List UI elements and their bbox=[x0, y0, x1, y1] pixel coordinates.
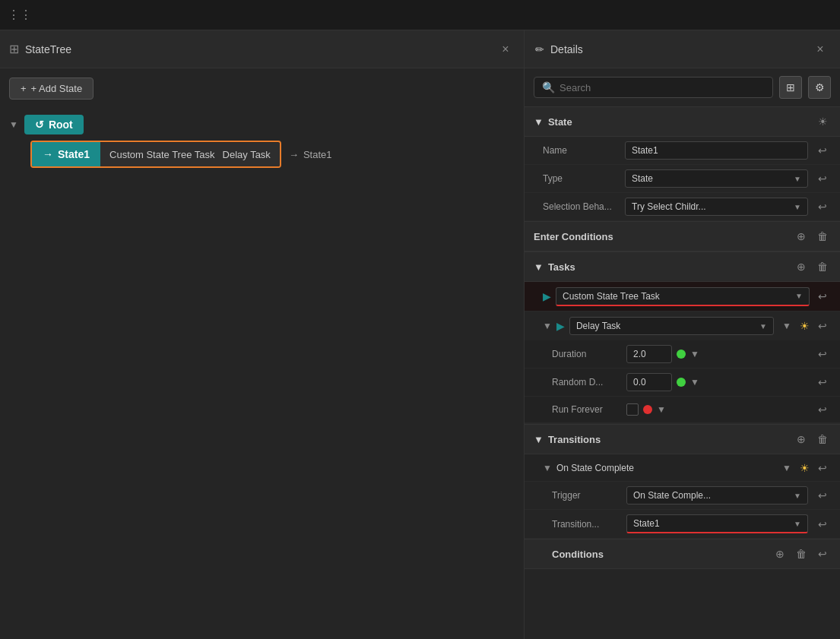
conditions-undo-button[interactable]: ↩ bbox=[814, 546, 831, 562]
state1-arrow-icon: → bbox=[43, 148, 53, 160]
duration-value-wrap: ▼ bbox=[626, 345, 808, 363]
custom-task-undo-button[interactable]: ↩ bbox=[814, 288, 831, 305]
type-undo-button[interactable]: ↩ bbox=[814, 170, 831, 187]
trigger-row: Trigger On State Comple... ▼ ↩ bbox=[525, 482, 840, 510]
duration-row: Duration ▼ ↩ bbox=[525, 340, 840, 369]
state-section-header[interactable]: ▼ State ☀ bbox=[525, 106, 840, 137]
random-d-undo-button[interactable]: ↩ bbox=[814, 374, 831, 391]
name-input[interactable] bbox=[625, 141, 808, 160]
state1-row: → State1 Custom State Tree Task Delay Ta… bbox=[30, 141, 515, 168]
name-undo-button[interactable]: ↩ bbox=[814, 142, 831, 159]
duration-label: Duration bbox=[552, 349, 620, 359]
delay-task-expand-chevron[interactable]: ▼ bbox=[543, 321, 552, 331]
enter-conditions-header[interactable]: Enter Conditions ⊕ 🗑 bbox=[525, 221, 840, 251]
type-select[interactable]: State ▼ bbox=[625, 169, 808, 188]
run-forever-undo-button[interactable]: ↩ bbox=[814, 401, 831, 418]
custom-task-select[interactable]: Custom State Tree Task ▼ bbox=[556, 287, 810, 306]
delay-task-chevron-icon: ▼ bbox=[759, 322, 767, 331]
delay-task-sun-icon: ☀ bbox=[800, 320, 810, 332]
selection-value-wrap: Try Select Childr... ▼ bbox=[625, 198, 808, 216]
random-d-expand[interactable]: ▼ bbox=[690, 377, 699, 388]
selection-select[interactable]: Try Select Childr... ▼ bbox=[625, 198, 808, 216]
transition-to-select[interactable]: State1 ▼ bbox=[626, 514, 808, 533]
type-select-value: State bbox=[632, 173, 653, 184]
transition-to-value: State1 bbox=[633, 518, 660, 529]
conditions-add-button[interactable]: ⊕ bbox=[772, 546, 788, 562]
grid-view-button[interactable]: ⊞ bbox=[779, 76, 802, 99]
transitions-section-header[interactable]: ▼ Transitions ⊕ 🗑 bbox=[525, 424, 840, 454]
delay-task-select[interactable]: Delay Task ▼ bbox=[569, 317, 774, 335]
right-panel: ✏ Details × 🔍 ⊞ ⚙ ▼ State ☀ bbox=[525, 30, 840, 639]
type-row: Type State ▼ ↩ bbox=[525, 165, 840, 193]
selection-behavior-row: Selection Beha... Try Select Childr... ▼… bbox=[525, 193, 840, 221]
state1-name: State1 bbox=[58, 148, 90, 160]
delay-task-expand-btn[interactable]: ▼ bbox=[778, 318, 795, 334]
top-bar: ⋮⋮ bbox=[0, 0, 840, 30]
transition-to-undo-button[interactable]: ↩ bbox=[814, 516, 831, 533]
on-state-complete-expand[interactable]: ▼ bbox=[778, 460, 795, 476]
statetree-icon: ⊞ bbox=[9, 42, 19, 56]
on-state-complete-chevron[interactable]: ▼ bbox=[543, 463, 552, 473]
tasks-delete-button[interactable]: 🗑 bbox=[814, 258, 831, 275]
root-node: ▼ ↺ Root bbox=[9, 115, 515, 134]
delay-task-undo-button[interactable]: ↩ bbox=[814, 318, 831, 334]
run-forever-row: Run Forever ▼ ↩ bbox=[525, 397, 840, 423]
random-d-input[interactable] bbox=[626, 373, 672, 391]
name-label: Name bbox=[543, 145, 619, 156]
on-state-complete-item: ▼ On State Complete ▼ ☀ ↩ Trigger On Sta… bbox=[525, 454, 840, 569]
transitions-title: Transitions bbox=[548, 434, 788, 445]
trigger-select[interactable]: On State Comple... ▼ bbox=[626, 486, 808, 505]
gear-icon: ⚙ bbox=[815, 81, 825, 93]
task-custom: Custom State Tree Task bbox=[109, 149, 215, 160]
left-panel: ⊞ StateTree × + + Add State ▼ ↺ Root → bbox=[0, 30, 525, 639]
type-label: Type bbox=[543, 173, 619, 184]
trigger-label: Trigger bbox=[552, 490, 620, 501]
run-forever-status-dot bbox=[643, 405, 652, 414]
selection-select-value: Try Select Childr... bbox=[632, 201, 706, 212]
conditions-delete-button[interactable]: 🗑 bbox=[793, 546, 810, 562]
search-bar: 🔍 ⊞ ⚙ bbox=[534, 76, 831, 99]
statetree-close[interactable]: × bbox=[496, 40, 515, 59]
run-forever-expand[interactable]: ▼ bbox=[657, 404, 666, 415]
enter-conditions-delete-button[interactable]: 🗑 bbox=[814, 228, 831, 245]
name-value-wrap bbox=[625, 141, 808, 160]
transitions-delete-button[interactable]: 🗑 bbox=[814, 431, 831, 448]
delay-task-name: Delay Task bbox=[576, 321, 620, 331]
duration-input[interactable] bbox=[626, 345, 672, 363]
state-sun-icon[interactable]: ☀ bbox=[814, 113, 831, 130]
duration-expand[interactable]: ▼ bbox=[690, 349, 699, 359]
state1-node[interactable]: → State1 Custom State Tree Task Delay Ta… bbox=[30, 141, 281, 168]
custom-task-nav-icon: ▶ bbox=[543, 290, 551, 302]
root-chevron[interactable]: ▼ bbox=[9, 119, 18, 130]
run-forever-checkbox[interactable] bbox=[626, 403, 639, 416]
enter-conditions-add-button[interactable]: ⊕ bbox=[793, 228, 810, 245]
arrow-target: State1 bbox=[303, 149, 332, 160]
type-value-wrap: State ▼ bbox=[625, 169, 808, 188]
tasks-add-button[interactable]: ⊕ bbox=[793, 258, 810, 275]
details-scroll: ▼ State ☀ Name ↩ Type State ▼ bbox=[525, 106, 840, 639]
name-row: Name ↩ bbox=[525, 137, 840, 165]
add-state-label: + Add State bbox=[31, 83, 83, 94]
type-chevron-icon: ▼ bbox=[794, 175, 801, 183]
transition-to-label: Transition... bbox=[552, 519, 620, 530]
add-state-button[interactable]: + + Add State bbox=[9, 78, 94, 100]
on-state-complete-undo-button[interactable]: ↩ bbox=[814, 460, 831, 476]
selection-chevron-icon: ▼ bbox=[794, 203, 801, 211]
settings-button[interactable]: ⚙ bbox=[808, 76, 831, 99]
random-d-status-dot bbox=[677, 378, 686, 387]
trigger-undo-button[interactable]: ↩ bbox=[814, 487, 831, 504]
delay-task-item: ▼ ▶ Delay Task ▼ ▼ ☀ ↩ Duration bbox=[525, 312, 840, 424]
run-forever-value-wrap: ▼ bbox=[626, 403, 808, 416]
duration-undo-button[interactable]: ↩ bbox=[814, 346, 831, 362]
on-state-complete-sun-icon: ☀ bbox=[800, 462, 810, 474]
transition-to-row: Transition... State1 ▼ ↩ bbox=[525, 510, 840, 539]
search-input[interactable] bbox=[559, 82, 765, 93]
details-close[interactable]: × bbox=[811, 40, 829, 59]
custom-task-item: ▶ Custom State Tree Task ▼ ↩ bbox=[525, 282, 840, 312]
selection-undo-button[interactable]: ↩ bbox=[814, 198, 831, 215]
transitions-add-button[interactable]: ⊕ bbox=[793, 431, 810, 448]
statetree-header: ⊞ StateTree × bbox=[0, 30, 524, 68]
tasks-section-header[interactable]: ▼ Tasks ⊕ 🗑 bbox=[525, 251, 840, 282]
menu-dots[interactable]: ⋮⋮ bbox=[8, 8, 32, 22]
conditions-header[interactable]: Conditions ⊕ 🗑 ↩ bbox=[525, 539, 840, 569]
